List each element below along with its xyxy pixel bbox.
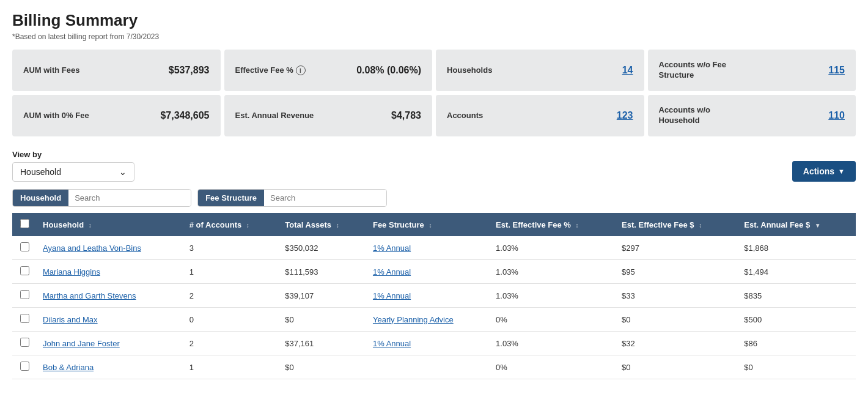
billing-table: Household ↕ # of Accounts ↕ Total Assets… [12,213,856,379]
page-title: Billing Summary [12,11,856,30]
row-est-annual-fee: $0 [738,355,856,379]
card-accounts-wo-fee-value[interactable]: 115 [828,65,845,76]
row-checkbox-cell [12,284,37,308]
row-est-effective-fee-dollar: $297 [616,236,738,260]
chevron-down-icon: ⌄ [119,167,127,177]
controls-row: View by Household ⌄ Actions ▼ [12,150,856,182]
row-accounts: 2 [183,332,279,355]
sort-icon-est-effective-fee-pct: ↕ [576,222,579,229]
row-fee-structure: 1% Annual [367,332,490,355]
table-col-est-effective-fee-pct[interactable]: Est. Effective Fee % ↕ [490,213,616,236]
card-accounts-label: Accounts [447,111,483,121]
card-aum-0-fee-label: AUM with 0% Fee [23,111,89,121]
card-est-annual-revenue: Est. Annual Revenue $4,783 [224,95,433,136]
row-checkbox-cell [12,355,37,379]
household-link[interactable]: Dilaris and Max [43,315,98,324]
row-est-effective-fee-pct: 1.03% [490,236,616,260]
card-est-annual-revenue-label: Est. Annual Revenue [235,111,314,121]
view-by-dropdown[interactable]: Household ⌄ [12,162,134,182]
view-by-group: View by Household ⌄ [12,150,134,182]
sort-icon-accounts: ↕ [246,222,249,229]
card-effective-fee-label: Effective Fee % i [235,65,306,76]
card-effective-fee: Effective Fee % i 0.08% (0.06%) [224,50,433,91]
page-subtitle: *Based on latest billing report from 7/3… [12,32,856,41]
card-households-value[interactable]: 14 [622,65,633,76]
row-est-effective-fee-dollar: $33 [616,284,738,308]
household-link[interactable]: Mariana Higgins [43,267,100,277]
table-col-est-effective-fee-dollar[interactable]: Est. Effective Fee $ ↕ [616,213,738,236]
table-header-checkbox [12,213,37,236]
row-checkbox-cell [12,260,37,284]
row-total-assets: $39,107 [279,284,367,308]
view-by-label: View by [12,150,134,159]
table-col-total-assets[interactable]: Total Assets ↕ [279,213,367,236]
table-col-accounts[interactable]: # of Accounts ↕ [183,213,279,236]
row-checkbox[interactable] [20,314,29,323]
row-checkbox[interactable] [20,242,29,251]
card-aum-0-fee: AUM with 0% Fee $7,348,605 [12,95,221,136]
row-est-annual-fee: $500 [738,308,856,332]
row-checkbox[interactable] [20,290,29,299]
card-accounts-wo-household: Accounts w/o Household 110 [648,95,856,136]
card-households: Households 14 [436,50,644,91]
table-row: Bob & Adriana1$00%$0$0 [12,355,856,379]
row-est-effective-fee-pct: 0% [490,308,616,332]
row-accounts: 0 [183,308,279,332]
row-total-assets: $0 [279,308,367,332]
row-est-effective-fee-pct: 1.03% [490,332,616,355]
row-est-effective-fee-pct: 0% [490,355,616,379]
row-checkbox[interactable] [20,338,29,347]
table-row: Ayana and Leatha Von-Bins3$350,0321% Ann… [12,236,856,260]
row-checkbox[interactable] [20,362,29,371]
table-row: Dilaris and Max0$0Yearly Planning Advice… [12,308,856,332]
actions-button-label: Actions [803,166,834,176]
table-col-household[interactable]: Household ↕ [37,213,183,236]
card-aum-with-fees-label: AUM with Fees [23,65,79,76]
card-households-label: Households [447,65,492,76]
card-accounts-wo-household-label: Accounts w/o Household [659,105,745,126]
row-est-annual-fee: $86 [738,332,856,355]
row-est-annual-fee: $1,868 [738,236,856,260]
fee-structure-filter-tag: Fee Structure [198,190,264,206]
fee-structure-link[interactable]: 1% Annual [373,243,411,253]
view-by-selected: Household [20,167,61,177]
card-aum-with-fees-value: $537,893 [169,65,210,76]
row-fee-structure: Yearly Planning Advice [367,308,490,332]
card-effective-fee-value: 0.08% (0.06%) [356,65,421,76]
household-link[interactable]: Martha and Garth Stevens [43,291,136,300]
table-col-fee-structure[interactable]: Fee Structure ↕ [367,213,490,236]
row-fee-structure [367,355,490,379]
summary-grid: AUM with Fees $537,893 Effective Fee % i… [12,50,856,136]
fee-structure-link[interactable]: Yearly Planning Advice [373,315,454,324]
fee-structure-filter-group: Fee Structure [197,189,387,207]
card-aum-0-fee-value: $7,348,605 [160,110,209,121]
row-accounts: 2 [183,284,279,308]
fee-structure-link[interactable]: 1% Annual [373,339,411,348]
household-link[interactable]: Bob & Adriana [43,363,94,372]
row-household: Dilaris and Max [37,308,183,332]
row-checkbox-cell [12,236,37,260]
row-checkbox[interactable] [20,266,29,275]
household-link[interactable]: John and Jane Foster [43,339,120,348]
select-all-checkbox[interactable] [20,219,29,228]
row-est-effective-fee-pct: 1.03% [490,284,616,308]
row-household: Ayana and Leatha Von-Bins [37,236,183,260]
household-filter-group: Household [12,189,191,207]
row-household: Bob & Adriana [37,355,183,379]
fee-structure-link[interactable]: 1% Annual [373,267,411,277]
row-est-effective-fee-dollar: $0 [616,355,738,379]
row-household: Mariana Higgins [37,260,183,284]
fee-structure-link[interactable]: 1% Annual [373,291,411,300]
row-household: Martha and Garth Stevens [37,284,183,308]
row-household: John and Jane Foster [37,332,183,355]
household-search-input[interactable] [68,190,191,206]
card-accounts-wo-household-value[interactable]: 110 [828,110,845,121]
info-icon[interactable]: i [296,65,306,75]
table-col-est-annual-fee[interactable]: Est. Annual Fee $ ▼ [738,213,856,236]
row-checkbox-cell [12,332,37,355]
household-link[interactable]: Ayana and Leatha Von-Bins [43,243,141,253]
fee-structure-search-input[interactable] [264,190,386,206]
card-accounts-value[interactable]: 123 [617,110,633,121]
actions-button[interactable]: Actions ▼ [792,161,856,182]
row-fee-structure: 1% Annual [367,260,490,284]
